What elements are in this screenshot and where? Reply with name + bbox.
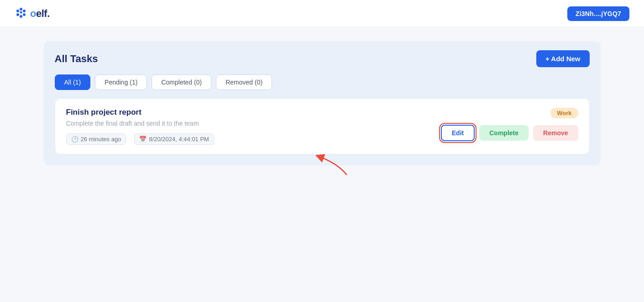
remove-button[interactable]: Remove (533, 125, 578, 141)
tabs-bar: All (1) Pending (1) Completed (0) Remove… (55, 74, 590, 90)
task-card: Finish project report Complete the final… (55, 98, 590, 154)
svg-point-6 (20, 11, 22, 13)
svg-point-1 (23, 10, 26, 12)
task-tag: Work (550, 108, 578, 118)
task-card-top: Finish project report Complete the final… (66, 108, 578, 145)
action-buttons: Edit Complete Remove (441, 125, 578, 141)
calendar-icon: 📅 (139, 136, 147, 143)
task-info: Finish project report Complete the final… (66, 108, 441, 145)
edit-button[interactable]: Edit (441, 125, 475, 141)
logo-icon (15, 6, 27, 21)
tasks-header: All Tasks + Add New (55, 50, 590, 67)
logo-text: oelf. (30, 8, 50, 20)
task-date: 📅 8/20/2024, 4:44:01 PM (134, 133, 214, 145)
page-title: All Tasks (55, 53, 98, 65)
task-title: Finish project report (66, 108, 441, 117)
task-description: Complete the final draft and send it to … (66, 120, 441, 127)
task-card-right: Work Edit Complete Remove (441, 108, 578, 141)
logo: oelf. (15, 6, 50, 21)
tab-removed[interactable]: Removed (0) (216, 74, 272, 90)
tab-pending[interactable]: Pending (1) (95, 74, 147, 90)
add-new-button[interactable]: + Add New (536, 50, 590, 67)
tasks-panel: All Tasks + Add New All (1) Pending (1) … (44, 41, 601, 165)
clock-icon: 🕐 (71, 136, 79, 143)
complete-button[interactable]: Complete (479, 125, 529, 141)
svg-point-5 (16, 10, 19, 12)
svg-point-0 (20, 8, 22, 11)
wallet-button[interactable]: Zi3Nh....jYGQ7 (567, 6, 629, 21)
svg-point-4 (16, 13, 19, 16)
app-header: oelf. Zi3Nh....jYGQ7 (0, 0, 644, 27)
main-content: All Tasks + Add New All (1) Pending (1) … (26, 27, 619, 179)
tab-all[interactable]: All (1) (55, 74, 91, 90)
svg-point-3 (20, 15, 22, 18)
tab-completed[interactable]: Completed (0) (152, 74, 211, 90)
task-meta: 🕐 26 minutes ago 📅 8/20/2024, 4:44:01 PM (66, 133, 441, 145)
task-time-ago: 🕐 26 minutes ago (66, 133, 126, 145)
svg-point-2 (23, 13, 26, 16)
